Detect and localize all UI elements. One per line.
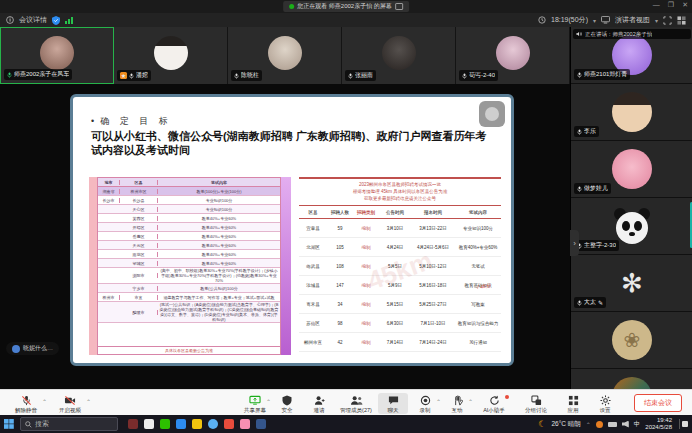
video-tile[interactable]: ★ 潘婠: [114, 27, 228, 84]
taskbar-app-icon[interactable]: [128, 419, 138, 429]
search-icon: [25, 421, 32, 428]
video-tile[interactable]: 李乐: [571, 84, 692, 141]
date-text: 2024/5/28: [645, 424, 672, 431]
meeting-timer[interactable]: 18:19(50分): [551, 15, 588, 25]
layout-grid-icon[interactable]: [677, 16, 686, 25]
video-tile[interactable]: ✻ 大太 ✎: [571, 255, 692, 312]
participant-name: 主整字-2-30: [584, 241, 616, 250]
taskbar-app-icon[interactable]: [240, 419, 250, 429]
speaker-icon: [576, 31, 582, 37]
participant-name: 师燕2101郑灯青: [584, 70, 627, 79]
time-text: 19:42: [657, 417, 672, 424]
invite-button[interactable]: 邀请: [304, 393, 334, 414]
search-placeholder: 搜索: [35, 419, 49, 429]
tray-expand-icon[interactable]: ⌃: [586, 421, 591, 428]
participant-name: 师燕2002亲子在风车: [14, 70, 69, 79]
start-video-button[interactable]: 开启视频 ⌃: [50, 393, 90, 414]
settings-button[interactable]: 设置: [590, 393, 620, 414]
avatar: [40, 36, 74, 70]
record-icon: [420, 395, 431, 406]
battery-icon[interactable]: [608, 422, 617, 427]
mic-caret-icon[interactable]: ⌃: [42, 398, 47, 405]
volume-icon[interactable]: [622, 421, 629, 428]
taskbar-search-input[interactable]: 搜索: [20, 417, 118, 431]
ime-indicator[interactable]: 中: [634, 420, 641, 429]
security-button[interactable]: 安全: [272, 393, 302, 414]
video-tile[interactable]: 苟丐-2-40: [456, 27, 570, 84]
mic-icon: [7, 72, 12, 78]
mic-icon: [577, 186, 582, 192]
speaking-banner: 正在讲话：师燕2002亲子怡: [573, 29, 691, 39]
taskbar-clock[interactable]: 19:42 2024/5/28: [645, 417, 672, 431]
gold-flower-avatar: ❀: [612, 320, 652, 360]
mic-icon: [577, 129, 582, 135]
sidebar-collapse-button[interactable]: ›: [570, 230, 579, 256]
table-row: 郴州市直 42 编制 7月14日 7月14日-24日 另行通知: [299, 333, 501, 352]
folder-app-icon[interactable]: [192, 419, 202, 429]
participant-name: 大太: [584, 298, 596, 307]
left-table-note: 具体以各区县最新公告为准: [98, 346, 280, 354]
ai-assistant-button[interactable]: AI小助手: [474, 393, 514, 414]
interact-button[interactable]: 互动 ⌃: [442, 393, 472, 414]
tray-app-icon[interactable]: [596, 421, 603, 428]
avatar: [382, 36, 416, 70]
share-screen-mini-icon[interactable]: [395, 3, 403, 10]
end-meeting-button[interactable]: 结束会议: [634, 394, 682, 412]
maximize-button[interactable]: ❐: [668, 1, 674, 9]
video-tile[interactable]: 主整字-2-30: [571, 198, 692, 255]
taskbar-app-icon[interactable]: [224, 419, 234, 429]
share-screen-icon: [249, 395, 261, 406]
view-mode-button[interactable]: 演讲者视图: [615, 15, 650, 25]
shield-protect-icon[interactable]: [52, 16, 60, 25]
taskbar-app-icon[interactable]: [144, 419, 154, 429]
interact-caret-icon[interactable]: ⌃: [468, 398, 473, 405]
floating-cam-placeholder[interactable]: [479, 101, 505, 127]
view-caret-icon[interactable]: ▾: [655, 17, 658, 24]
presentation-slide: 确 定 目 标 可以从小红书、微信公众号(湖南教师招聘 广东教师招聘)、政府门户…: [70, 94, 514, 366]
video-tile[interactable]: 陈晓柱: [228, 27, 342, 84]
exam-content-table: 地市 区县 笔试内容 湖南省 株洲市区 教基(100分)+专业(100分): [89, 177, 291, 355]
table-row: 苏仙区 98 编制 6月30日 7月1日-10日 教育知识与综合能力: [299, 314, 501, 333]
video-tile[interactable]: 张丽雨: [342, 27, 456, 84]
timer-caret-icon[interactable]: ▾: [593, 17, 596, 24]
meeting-detail-button[interactable]: 会议详情: [19, 15, 47, 25]
browser-app-icon[interactable]: [208, 419, 218, 429]
start-button[interactable]: [0, 415, 18, 433]
apps-grid-icon: [568, 395, 579, 406]
video-tile[interactable]: ❀: [571, 312, 692, 369]
manage-members-button[interactable]: 管理成员(27): [336, 393, 376, 414]
weather-moon-icon: ☾: [538, 419, 546, 429]
gear-icon: [600, 395, 611, 406]
security-shield-icon: [282, 395, 292, 406]
video-tile[interactable]: 做梦娃儿: [571, 141, 692, 198]
raise-hand-icon: [452, 395, 463, 406]
close-button[interactable]: ✕: [682, 1, 688, 9]
action-center-button[interactable]: [679, 419, 690, 429]
breakout-rooms-button[interactable]: 分组讨论: [516, 393, 556, 414]
fullscreen-icon[interactable]: [663, 16, 672, 25]
record-caret-icon[interactable]: ⌃: [436, 398, 441, 405]
recruitment-table: 45km 2023郴州市各区县教师招聘考试情况一览 根据考情整理 45km 具体…: [299, 177, 501, 355]
unmute-button[interactable]: 解除静音 ⌃: [6, 393, 46, 414]
video-tile[interactable]: 师燕2002亲子在风车: [0, 27, 114, 84]
participant-name: 李乐: [584, 127, 596, 136]
table-row: 芙蓉区 教基40%+专业60%: [98, 214, 280, 223]
table-row: 长沙市 长沙县 专业知识100分: [98, 196, 280, 205]
avatar: [496, 36, 530, 70]
share-caret-icon[interactable]: ⌃: [266, 398, 271, 405]
notification-dot: [505, 395, 509, 399]
chat-overlay-bubble[interactable]: 晓妮什么…: [6, 342, 59, 355]
record-button[interactable]: 录制 ⌃: [410, 393, 440, 414]
chat-button[interactable]: 聊天: [378, 393, 408, 414]
taskbar-app-icon[interactable]: [176, 419, 186, 429]
apps-button[interactable]: 应用: [558, 393, 588, 414]
share-screen-button[interactable]: 共享屏幕 ⌃: [240, 393, 270, 414]
name-chip: 主整字-2-30: [574, 240, 619, 251]
weather-text[interactable]: 26°C 晴朗: [551, 420, 580, 429]
camera-caret-icon[interactable]: ⌃: [86, 398, 91, 405]
breakout-icon: [531, 395, 542, 406]
minimize-button[interactable]: —: [653, 1, 660, 9]
wechat-app-icon[interactable]: [160, 419, 170, 429]
taskbar-app-icon[interactable]: [256, 419, 266, 429]
name-chip: 张丽雨: [345, 70, 376, 81]
